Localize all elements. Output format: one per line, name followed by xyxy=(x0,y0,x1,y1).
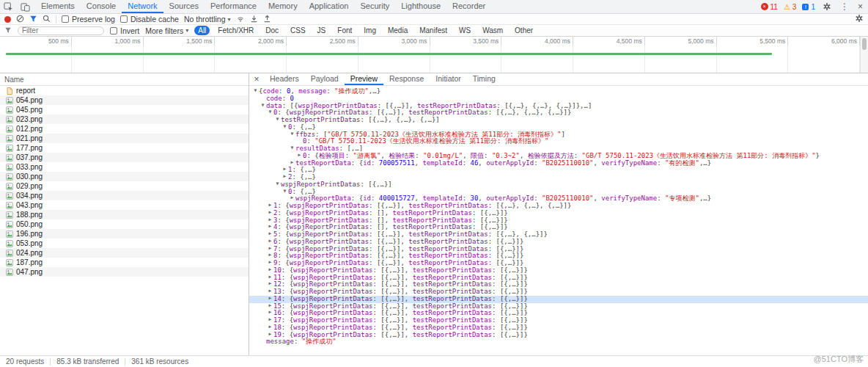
filter-pill-other[interactable]: Other xyxy=(511,26,537,35)
filter-pill-manifest[interactable]: Manifest xyxy=(416,26,451,35)
collapse-arrow-icon[interactable]: ▼ xyxy=(289,131,295,138)
detail-tab-timing[interactable]: Timing xyxy=(467,73,501,85)
expand-arrow-icon[interactable]: ▶ xyxy=(296,153,303,159)
expand-arrow-icon[interactable]: ▶ xyxy=(267,296,273,302)
request-row[interactable]: 024.png xyxy=(0,248,249,258)
json-tree-line[interactable]: ▼wspjReportPrintDatas: [{,…}] xyxy=(249,181,868,189)
json-tree-line[interactable]: ▶15: {wspjReportPrintDatas: [{,…}], test… xyxy=(249,303,868,310)
json-tree-line[interactable]: ▶11: {wspjReportPrintDatas: [{,…}], test… xyxy=(249,275,868,282)
request-row[interactable]: 177.png xyxy=(0,143,249,153)
json-tree-line[interactable]: code: 0 xyxy=(249,95,868,103)
expand-arrow-icon[interactable]: ▶ xyxy=(267,246,273,252)
collapse-arrow-icon[interactable]: ▼ xyxy=(274,117,281,123)
preserve-log-checkbox[interactable]: Preserve log xyxy=(62,15,115,23)
expand-arrow-icon[interactable]: ▶ xyxy=(282,167,288,173)
inspect-element-icon[interactable] xyxy=(0,0,17,13)
filter-pill-all[interactable]: All xyxy=(194,26,210,35)
request-row[interactable]: 045.png xyxy=(0,105,249,115)
overview-scrollbar[interactable] xyxy=(860,37,868,73)
expand-arrow-icon[interactable]: ▶ xyxy=(267,310,273,316)
expand-arrow-icon[interactable]: ▶ xyxy=(267,275,273,281)
scrollbar-thumb[interactable] xyxy=(862,38,867,50)
name-column-header[interactable]: Name xyxy=(0,73,249,86)
network-conditions-icon[interactable] xyxy=(236,15,245,24)
tab-lighthouse[interactable]: Lighthouse xyxy=(395,0,446,13)
request-row[interactable]: 033.png xyxy=(0,162,249,172)
collapse-arrow-icon[interactable]: ▼ xyxy=(260,103,266,109)
request-row[interactable]: 187.png xyxy=(0,258,249,267)
detail-tab-preview[interactable]: Preview xyxy=(345,73,383,85)
request-row[interactable]: 054.png xyxy=(0,95,249,105)
issues-count-badge[interactable]: ! 1 xyxy=(800,3,817,11)
json-tree-line[interactable]: ▶0: {检验项目: "游离氯", 检验结果: "0.01mg/L", 限值: … xyxy=(249,153,868,160)
tab-performance[interactable]: Performance xyxy=(205,0,262,13)
expand-arrow-icon[interactable]: ▶ xyxy=(267,203,273,209)
record-network-log-icon[interactable] xyxy=(4,16,11,23)
json-tree-line[interactable]: ▶9: {wspjReportPrintDatas: [{,…}], testR… xyxy=(249,260,868,267)
expand-arrow-icon[interactable]: ▶ xyxy=(267,303,273,310)
filter-pill-wasm[interactable]: Wasm xyxy=(479,26,507,35)
expand-arrow-icon[interactable]: ▶ xyxy=(267,317,273,324)
network-settings-gear-icon[interactable] xyxy=(855,14,864,24)
search-icon[interactable] xyxy=(43,15,51,24)
network-overview[interactable]: 500 ms1,000 ms1,500 ms2,000 ms2,500 ms3,… xyxy=(0,37,868,73)
request-row[interactable]: 023.png xyxy=(0,115,249,124)
tab-elements[interactable]: Elements xyxy=(35,0,81,13)
request-row[interactable]: 053.png xyxy=(0,239,249,248)
json-tree-line[interactable]: ▶17: {wspjReportPrintDatas: [{,…}], test… xyxy=(249,317,868,324)
expand-arrow-icon[interactable]: ▶ xyxy=(267,217,273,224)
json-tree-line[interactable]: ▼0: {,…} xyxy=(249,124,868,131)
settings-gear-icon[interactable] xyxy=(819,2,835,11)
close-detail-icon[interactable]: × xyxy=(249,73,264,85)
tab-security[interactable]: Security xyxy=(354,0,395,13)
expand-arrow-icon[interactable]: ▶ xyxy=(289,195,295,202)
json-tree-line[interactable]: ▶18: {wspjReportPrintDatas: [{,…}], test… xyxy=(249,324,868,332)
request-row[interactable]: 029.png xyxy=(0,181,249,191)
expand-arrow-icon[interactable]: ▶ xyxy=(267,267,273,274)
collapse-arrow-icon[interactable]: ▼ xyxy=(282,189,288,195)
filter-pill-img[interactable]: Img xyxy=(360,26,380,35)
request-row[interactable]: 047.png xyxy=(0,267,249,277)
request-row[interactable]: 196.png xyxy=(0,229,249,239)
json-tree-line[interactable]: ▼0: {,…} xyxy=(249,189,868,196)
request-row[interactable]: 037.png xyxy=(0,153,249,162)
json-tree-line[interactable]: ▶5: {wspjReportPrintDatas: [{,…}], testR… xyxy=(249,231,868,239)
collapse-arrow-icon[interactable]: ▼ xyxy=(274,181,281,188)
close-devtools-icon[interactable]: × xyxy=(854,1,867,12)
import-har-icon[interactable] xyxy=(250,15,258,24)
expand-arrow-icon[interactable]: ▶ xyxy=(267,281,273,288)
json-tree-line[interactable]: ▼resultDatas: [,…] xyxy=(249,145,868,153)
json-tree-line[interactable]: ▶4: {wspjReportPrintDatas: [], testRepor… xyxy=(249,224,868,231)
expand-arrow-icon[interactable]: ▶ xyxy=(267,324,273,331)
detail-tab-payload[interactable]: Payload xyxy=(305,73,345,85)
request-row[interactable]: 043.png xyxy=(0,200,249,210)
filter-pill-media[interactable]: Media xyxy=(384,26,411,35)
json-tree-line[interactable]: ▼data: [{wspjReportPrintDatas: [{,…}], t… xyxy=(249,103,868,110)
expand-arrow-icon[interactable]: ▶ xyxy=(282,174,288,181)
json-tree-line[interactable]: ▶2: {wspjReportPrintDatas: [], testRepor… xyxy=(249,210,868,217)
json-tree-line[interactable]: ▶3: {wspjReportPrintDatas: [], testRepor… xyxy=(249,217,868,225)
throttling-dropdown[interactable]: No throttling ▾ xyxy=(184,15,231,23)
request-row[interactable]: 034.png xyxy=(0,191,249,200)
detail-tab-headers[interactable]: Headers xyxy=(264,73,305,85)
json-tree-line[interactable]: ▶2: {,…} xyxy=(249,174,868,181)
json-tree-line[interactable]: message: "操作成功" xyxy=(249,338,868,346)
expand-arrow-icon[interactable]: ▶ xyxy=(267,288,273,295)
filter-funnel-icon[interactable] xyxy=(29,15,37,24)
device-toolbar-icon[interactable] xyxy=(17,0,34,13)
tab-console[interactable]: Console xyxy=(81,0,122,13)
tab-sources[interactable]: Sources xyxy=(163,0,205,13)
warning-count-badge[interactable]: ⚠ 3 xyxy=(781,3,799,11)
export-har-icon[interactable] xyxy=(263,15,271,24)
expand-arrow-icon[interactable]: ▶ xyxy=(267,231,273,238)
filter-input[interactable] xyxy=(18,26,104,35)
filter-pill-doc[interactable]: Doc xyxy=(262,26,282,35)
json-tree-line[interactable]: ▶13: {wspjReportPrintDatas: [{,…}], test… xyxy=(249,288,868,296)
request-row[interactable]: 050.png xyxy=(0,219,249,229)
json-tree-line[interactable]: ▶6: {wspjReportPrintDatas: [{,…}], testR… xyxy=(249,239,868,246)
filter-pill-css[interactable]: CSS xyxy=(287,26,309,35)
request-row[interactable]: 021.png xyxy=(0,134,249,143)
expand-arrow-icon[interactable]: ▶ xyxy=(267,252,273,259)
json-tree-line[interactable]: ▼{code: 0, message: "操作成功",…} xyxy=(249,88,868,95)
tab-memory[interactable]: Memory xyxy=(262,0,304,13)
